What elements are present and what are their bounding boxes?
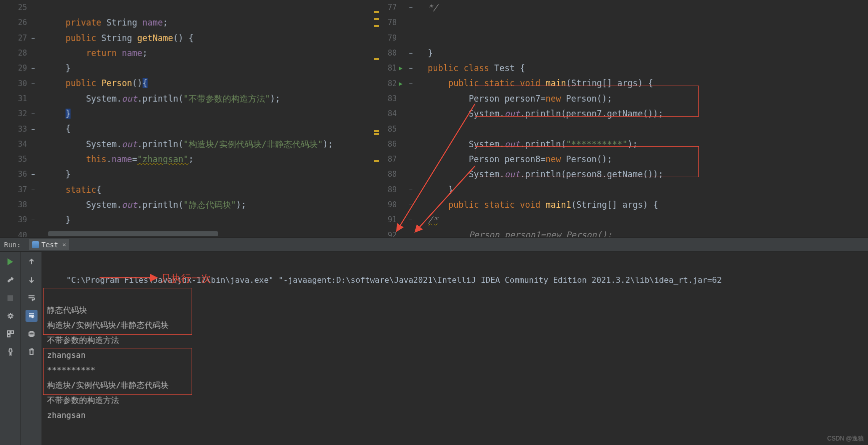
code-text: } [45,106,71,121]
console-line: ********** [47,363,863,378]
run-tab-label: Test [42,241,59,249]
layout-icon[interactable] [5,328,17,340]
code-text: this.name="zhangsan"; [45,152,194,167]
code-text: System.out.println("静态代码块"); [45,197,246,212]
editor-right[interactable]: 77*/787980}81▶public class Test {82▶ pub… [380,0,868,237]
run-gutter-icon[interactable]: ▶ [397,65,405,72]
pin-icon[interactable] [5,346,17,358]
fold-gutter[interactable] [27,171,45,177]
code-text: public class Test { [428,61,525,76]
code-text: System.out.println(person8.getName()); [428,167,663,182]
code-line[interactable]: 89 } [380,182,868,197]
code-line[interactable]: 37 static{ [0,182,380,197]
code-line[interactable]: 87 Person person8=new Person(); [380,152,868,167]
bug-icon[interactable] [5,310,17,322]
svg-rect-7 [30,331,33,333]
svg-point-2 [9,314,12,317]
code-line[interactable]: 30 public Person(){ [0,76,380,91]
fold-gutter[interactable] [27,217,45,223]
code-line[interactable]: 90 public static void main1(String[] arg… [380,197,868,212]
code-line[interactable]: 31 System.out.println("不带参数的构造方法"); [0,91,380,106]
close-icon[interactable]: × [62,241,66,248]
print-icon[interactable] [26,328,38,340]
code-text: public String getName() { [45,31,194,46]
code-line[interactable]: 80} [380,46,868,61]
trash-icon[interactable] [26,346,38,358]
code-line[interactable]: 88 System.out.println(person8.getName())… [380,167,868,182]
code-line[interactable]: 92 Person person1=new Person(); [380,227,868,237]
horizontal-scrollbar[interactable] [48,231,218,236]
code-line[interactable]: 83 Person person7=new Person(); [380,91,868,106]
code-text: } [45,212,71,227]
line-number: 29 [5,64,27,73]
stop-button[interactable] [5,292,17,304]
fold-gutter[interactable] [27,187,45,193]
console-line: 不带参数的构造方法 [47,333,863,348]
code-line[interactable]: 38 System.out.println("静态代码块"); [0,197,380,212]
console-line: zhangsan [47,408,863,423]
scroll-to-end-button[interactable] [26,310,38,322]
code-line[interactable]: 34 System.out.println("构造块/实例代码块/非静态代码块"… [0,137,380,152]
fold-gutter[interactable] [27,111,45,117]
code-line[interactable]: 86 System.out.println("**********"); [380,137,868,152]
line-number: 38 [5,200,27,209]
svg-rect-3 [8,331,10,333]
code-line[interactable]: 77*/ [380,0,868,15]
console-line: 静态代码块 [47,303,863,318]
code-line[interactable]: 33 { [0,121,380,136]
code-line[interactable]: 78 [380,15,868,30]
rerun-button[interactable] [5,256,17,268]
fold-gutter[interactable] [405,50,428,56]
code-line[interactable]: 26 private String name; [0,15,380,30]
code-line[interactable]: 84 System.out.println(person7.getName())… [380,106,868,121]
fold-gutter[interactable] [405,65,428,71]
code-line[interactable]: 91/* [380,212,868,227]
code-line[interactable]: 32 } [0,106,380,121]
code-text: } [45,61,71,76]
console-line: 构造块/实例代码块/非静态代码块 [47,378,863,393]
code-line[interactable]: 35 this.name="zhangsan"; [0,152,380,167]
line-number: 35 [5,155,27,164]
line-number: 31 [5,94,27,103]
down-arrow-icon[interactable] [26,274,38,286]
fold-gutter[interactable] [405,217,428,223]
up-arrow-icon[interactable] [26,256,38,268]
code-line[interactable]: 36 } [0,167,380,182]
code-line[interactable]: 85 [380,121,868,136]
fold-gutter[interactable] [405,202,428,208]
code-line[interactable]: 29 } [0,61,380,76]
code-line[interactable]: 79 [380,31,868,46]
code-text: } [428,182,453,197]
run-label: Run: [4,241,21,249]
console-command: "C:\Program Files\Java\jdk-17\bin\java.e… [67,275,722,285]
fold-gutter[interactable] [405,5,428,11]
code-text: private String name; [45,15,168,30]
code-line[interactable]: 39 } [0,212,380,227]
line-number: 89 [380,185,397,194]
line-number: 26 [5,18,27,27]
wrench-icon[interactable] [5,274,17,286]
code-line[interactable]: 27 public String getName() { [0,31,380,46]
fold-gutter[interactable] [27,65,45,71]
fold-gutter[interactable] [27,35,45,41]
code-text: System.out.println("不带参数的构造方法"); [45,91,280,106]
fold-gutter[interactable] [405,81,428,87]
line-number: 85 [380,125,397,134]
console-output[interactable]: "C:\Program Files\Java\jdk-17\bin\java.e… [42,252,868,445]
code-line[interactable]: 25 [0,0,380,15]
editor-left[interactable]: 2526 private String name;27 public Strin… [0,0,380,237]
code-text: /* [428,212,438,227]
code-line[interactable]: 28 return name; [0,46,380,61]
run-panel-header: Run: Test × [0,237,868,251]
code-line[interactable]: 81▶public class Test { [380,61,868,76]
code-line[interactable]: 82▶ public static void main(String[] arg… [380,76,868,91]
fold-gutter[interactable] [27,126,45,132]
line-number: 90 [380,200,397,209]
fold-gutter[interactable] [27,81,45,87]
fold-gutter[interactable] [405,187,428,193]
run-tab-test[interactable]: Test × [29,239,70,250]
run-gutter-icon[interactable]: ▶ [397,80,405,87]
softwrap-icon[interactable] [26,292,38,304]
line-number: 80 [380,49,397,58]
code-text: { [45,121,71,136]
